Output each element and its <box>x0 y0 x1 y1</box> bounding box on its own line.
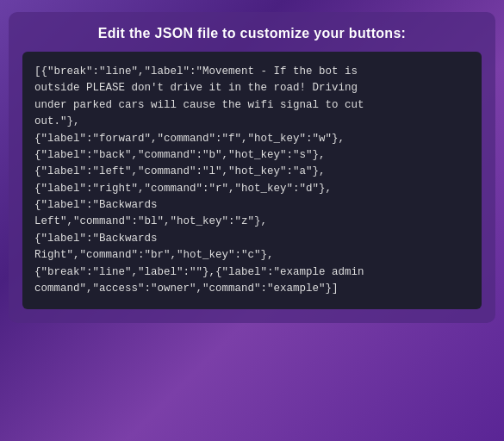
page-title: Edit the JSON file to customize your but… <box>22 26 482 41</box>
main-container: Edit the JSON file to customize your but… <box>9 12 495 323</box>
code-block[interactable]: [{"break":"line","label":"Movement - If … <box>22 52 482 309</box>
